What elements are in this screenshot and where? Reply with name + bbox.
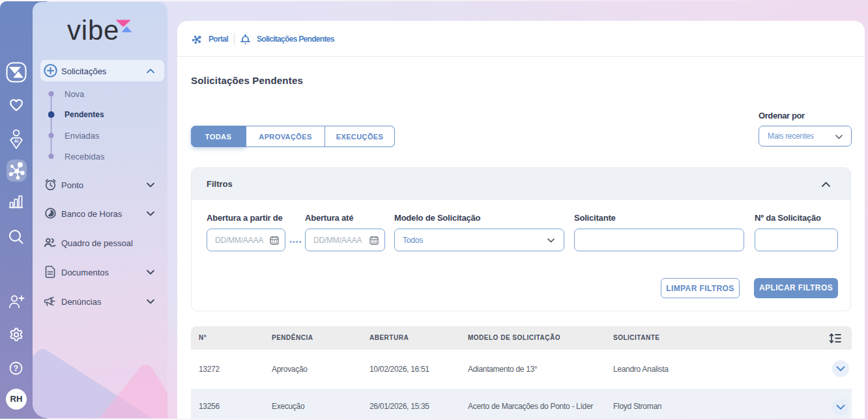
svg-text:?: ? <box>14 364 18 373</box>
svg-text:AI: AI <box>14 139 19 143</box>
